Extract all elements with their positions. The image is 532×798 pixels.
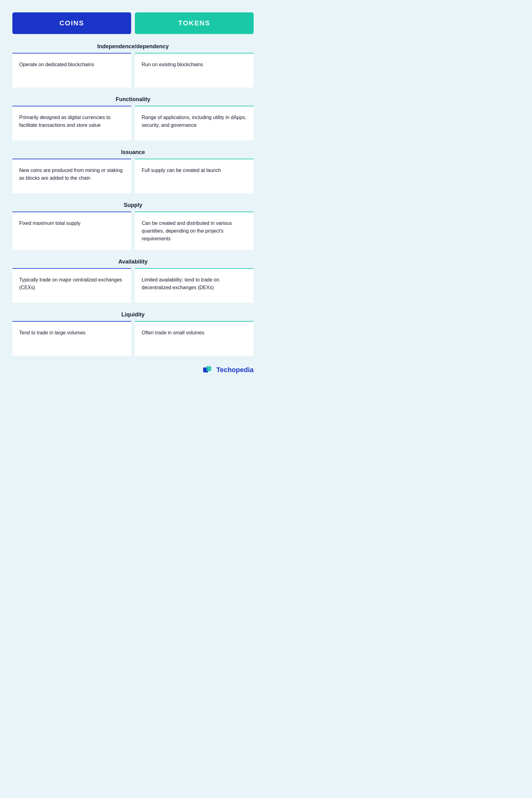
tokens-text-issuance: Full supply can be created at launch [142,167,221,174]
footer: Techopedia [12,365,254,375]
coins-cell-availability: Typically trade on major centralized exc… [12,269,131,303]
tokens-cell-issuance: Full supply can be created at launch [135,159,254,193]
content-row-liquidity: Tend to trade in large volumes Often tra… [12,322,254,356]
coins-cell-liquidity: Tend to trade in large volumes [12,322,131,356]
tokens-header: TOKENS [135,12,254,34]
section-title-functionality: Functionality [12,96,254,103]
coins-text-issuance: New coins are produced from mining or st… [19,167,124,182]
content-row-supply: Fixed maximum total supply Can be create… [12,212,254,250]
tokens-text-availability: Limited availability; tend to trade on d… [142,276,247,292]
coins-cell-independence: Operate on dedicated blockchains [12,54,131,88]
footer-brand-text: Techopedia [216,366,254,374]
coins-cell-supply: Fixed maximum total supply [12,212,131,250]
sections-container: Independence/dependency Operate on dedic… [12,43,254,356]
coins-text-independence: Operate on dedicated blockchains [19,61,94,69]
tokens-text-supply: Can be created and distributed in variou… [142,220,247,243]
coins-text-supply: Fixed maximum total supply [19,220,80,227]
tokens-cell-liquidity: Often trade in small volumes [135,322,254,356]
section-title-issuance: Issuance [12,149,254,156]
coins-cell-issuance: New coins are produced from mining or st… [12,159,131,193]
coins-cell-functionality: Primarily designed as digital currencies… [12,107,131,140]
section-title-availability: Availability [12,259,254,265]
tokens-text-functionality: Range of applications, including utility… [142,114,247,129]
section-availability: Availability Typically trade on major ce… [12,259,254,303]
coins-label: COINS [59,19,84,27]
coins-text-availability: Typically trade on major centralized exc… [19,276,124,292]
techopedia-logo-icon [203,365,213,375]
content-row-availability: Typically trade on major centralized exc… [12,269,254,303]
svg-rect-1 [206,366,211,371]
coins-text-liquidity: Tend to trade in large volumes [19,329,86,337]
tokens-cell-independence: Run on existing blockchains [135,54,254,88]
section-supply: Supply Fixed maximum total supply Can be… [12,202,254,250]
content-row-issuance: New coins are produced from mining or st… [12,159,254,193]
section-liquidity: Liquidity Tend to trade in large volumes… [12,311,254,356]
section-issuance: Issuance New coins are produced from min… [12,149,254,193]
section-title-supply: Supply [12,202,254,208]
header-row: COINS TOKENS [12,12,254,34]
section-functionality: Functionality Primarily designed as digi… [12,96,254,140]
tokens-cell-availability: Limited availability; tend to trade on d… [135,269,254,303]
tokens-text-independence: Run on existing blockchains [142,61,203,69]
section-title-liquidity: Liquidity [12,311,254,318]
tokens-cell-supply: Can be created and distributed in variou… [135,212,254,250]
content-row-independence: Operate on dedicated blockchains Run on … [12,54,254,88]
tokens-text-liquidity: Often trade in small volumes [142,329,205,337]
section-title-independence: Independence/dependency [12,43,254,50]
coins-header: COINS [12,12,131,34]
content-row-functionality: Primarily designed as digital currencies… [12,107,254,140]
section-independence: Independence/dependency Operate on dedic… [12,43,254,88]
coins-text-functionality: Primarily designed as digital currencies… [19,114,124,129]
tokens-cell-functionality: Range of applications, including utility… [135,107,254,140]
tokens-label: TOKENS [178,19,210,27]
